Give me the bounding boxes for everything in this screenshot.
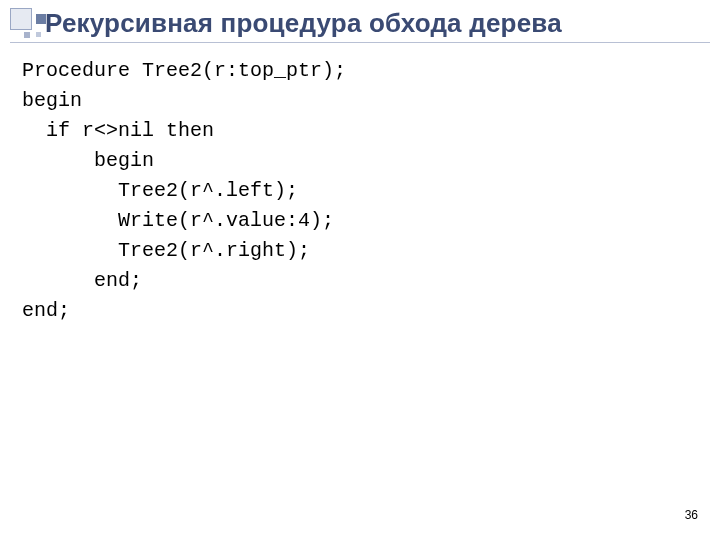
page-number: 36 (685, 508, 698, 522)
code-block: Procedure Tree2(r:top_ptr); begin if r<>… (22, 56, 346, 326)
code-line: Tree2(r^.right); (22, 239, 310, 262)
code-line: Procedure Tree2(r:top_ptr); (22, 59, 346, 82)
code-line: Write(r^.value:4); (22, 209, 334, 232)
square-icon (24, 32, 30, 38)
code-line: end; (22, 269, 142, 292)
slide: Рекурсивная процедура обхода дерева Proc… (0, 0, 720, 540)
title-underline (10, 42, 710, 43)
slide-title: Рекурсивная процедура обхода дерева (45, 8, 700, 39)
square-icon (10, 8, 32, 30)
code-line: Tree2(r^.left); (22, 179, 298, 202)
code-line: end; (22, 299, 70, 322)
code-line: begin (22, 149, 154, 172)
code-line: if r<>nil then (22, 119, 214, 142)
code-line: begin (22, 89, 82, 112)
square-icon (36, 32, 41, 37)
